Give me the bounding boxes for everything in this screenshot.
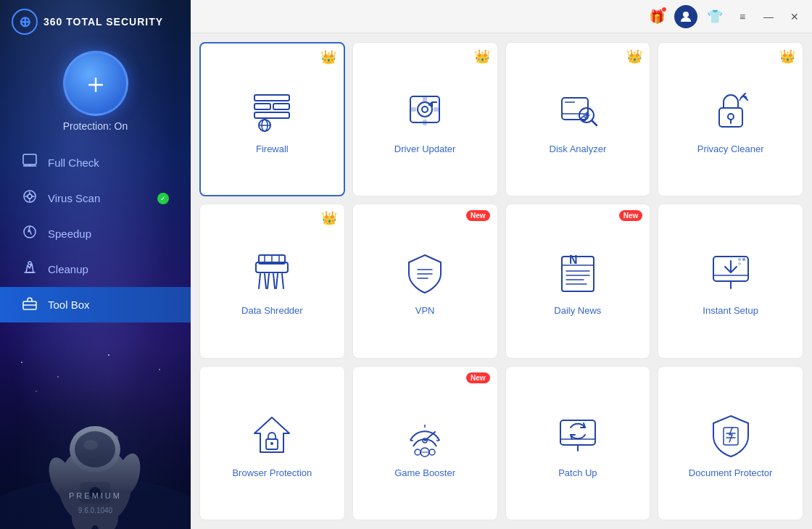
- tool-disk-analyzer[interactable]: 👑 Disk Analyzer: [505, 42, 651, 196]
- tool-grid: 👑 Firewall 👑: [191, 33, 812, 529]
- svg-point-26: [683, 12, 689, 17]
- instant-setup-label: Instant Setup: [703, 305, 758, 316]
- svg-rect-40: [434, 107, 439, 112]
- crown-badge-firewall: 👑: [320, 49, 336, 65]
- nav-speedup[interactable]: Speedup: [0, 216, 191, 251]
- svg-rect-27: [254, 95, 289, 101]
- tool-box-icon: [22, 295, 38, 315]
- crown-badge-disk: 👑: [626, 49, 642, 64]
- nav-cleanup[interactable]: Cleanup: [0, 251, 191, 287]
- daily-news-label: Daily News: [554, 305, 601, 316]
- tool-data-shredder[interactable]: 👑 Data Shredder: [199, 204, 345, 358]
- svg-text:N: N: [569, 254, 578, 266]
- tool-game-booster[interactable]: New: [352, 366, 498, 520]
- svg-rect-37: [423, 96, 427, 102]
- full-check-label: Full Check: [48, 157, 99, 169]
- firewall-label: Firewall: [256, 143, 289, 154]
- svg-point-36: [422, 107, 428, 112]
- vpn-icon: [399, 247, 450, 298]
- svg-point-78: [738, 258, 741, 261]
- document-protector-label: Document Protector: [689, 467, 773, 478]
- tool-box-label: Tool Box: [48, 299, 90, 311]
- new-badge-game: New: [466, 372, 490, 383]
- full-check-icon: [22, 153, 38, 172]
- tool-driver-updater[interactable]: 👑 Driver Updater: [352, 42, 498, 196]
- tool-privacy-cleaner[interactable]: 👑 Privacy Cleaner: [658, 42, 803, 196]
- nav-virus-scan[interactable]: Virus Scan ✓: [0, 180, 191, 216]
- disk-analyzer-icon: [552, 86, 603, 136]
- virus-scan-icon: [22, 188, 38, 208]
- tool-firewall[interactable]: 👑 Firewall: [199, 42, 345, 196]
- crown-badge-shredder: 👑: [321, 210, 337, 226]
- svg-point-4: [28, 194, 32, 199]
- gift-icon[interactable]: 🎁: [645, 5, 668, 28]
- speedup-label: Speedup: [48, 228, 91, 240]
- shirt-icon[interactable]: 👕: [703, 5, 726, 28]
- tool-document-protector[interactable]: Document Protector: [658, 366, 803, 520]
- virus-scan-label: Virus Scan: [48, 192, 100, 204]
- svg-point-89: [415, 449, 420, 455]
- svg-rect-30: [254, 112, 289, 118]
- new-badge-news: New: [619, 210, 643, 221]
- crown-badge-privacy: 👑: [779, 49, 795, 64]
- svg-rect-38: [423, 120, 427, 125]
- svg-line-59: [268, 274, 269, 288]
- patch-up-label: Patch Up: [558, 467, 597, 478]
- nav-full-check[interactable]: Full Check: [0, 145, 191, 180]
- privacy-cleaner-label: Privacy Cleaner: [697, 143, 764, 154]
- main-content: 🎁 👕 ≡ — ✕ 👑: [191, 0, 812, 529]
- tool-daily-news[interactable]: New N Daily News: [505, 204, 651, 358]
- vpn-label: VPN: [415, 305, 435, 316]
- nav-tool-box[interactable]: Tool Box: [0, 287, 191, 322]
- svg-point-6: [28, 262, 31, 264]
- svg-point-90: [429, 449, 435, 455]
- svg-rect-28: [254, 104, 270, 109]
- titlebar: 🎁 👕 ≡ — ✕: [191, 0, 812, 33]
- crown-badge-driver: 👑: [474, 49, 490, 64]
- tool-browser-protection[interactable]: Browser Protection: [199, 366, 345, 520]
- menu-button[interactable]: ≡: [732, 7, 753, 27]
- close-button[interactable]: ✕: [784, 7, 805, 27]
- cleanup-label: Cleanup: [48, 263, 88, 275]
- instant-setup-icon: [705, 247, 756, 298]
- svg-rect-49: [719, 108, 742, 127]
- driver-updater-label: Driver Updater: [394, 143, 456, 154]
- protection-status: Protection: On: [63, 120, 128, 132]
- svg-line-57: [259, 274, 260, 288]
- logo-icon: ⊕: [12, 9, 38, 35]
- svg-point-80: [738, 262, 741, 265]
- version-label: 9.6.0.1040: [0, 507, 191, 515]
- driver-updater-icon: [399, 86, 450, 136]
- browser-protection-icon: [246, 409, 297, 460]
- app-title: 360 TOTAL SECURITY: [44, 16, 163, 28]
- tool-instant-setup[interactable]: Instant Setup: [658, 204, 803, 358]
- user-avatar[interactable]: [674, 5, 697, 28]
- new-badge-vpn: New: [466, 210, 490, 221]
- cleanup-icon: [22, 259, 38, 279]
- sidebar-content: ⊕ 360 TOTAL SECURITY ＋ Protection: On Fu…: [0, 0, 191, 322]
- svg-point-50: [728, 114, 734, 120]
- daily-news-icon: N: [552, 247, 603, 298]
- svg-line-46: [592, 120, 597, 125]
- svg-rect-39: [410, 107, 416, 112]
- svg-rect-29: [273, 104, 289, 109]
- svg-rect-0: [23, 154, 36, 164]
- svg-line-61: [276, 274, 278, 288]
- browser-protection-label: Browser Protection: [232, 467, 312, 478]
- scene-overlay: [0, 348, 191, 529]
- minimize-button[interactable]: —: [758, 7, 779, 27]
- svg-line-62: [282, 274, 283, 288]
- svg-line-58: [265, 274, 266, 288]
- firewall-icon: [246, 86, 297, 136]
- svg-line-60: [273, 274, 275, 288]
- svg-point-79: [742, 258, 745, 261]
- tool-patch-up[interactable]: Patch Up: [505, 366, 651, 520]
- sidebar-scene: PREMIUM 9.6.0.1040: [0, 348, 191, 529]
- tool-vpn[interactable]: New VPN: [352, 204, 498, 358]
- patch-up-icon: [552, 409, 603, 460]
- game-booster-label: Game Booster: [394, 467, 455, 478]
- premium-label: PREMIUM: [0, 491, 191, 500]
- sidebar: ⊕ 360 TOTAL SECURITY ＋ Protection: On Fu…: [0, 0, 191, 529]
- speedup-icon: [22, 224, 38, 243]
- data-shredder-icon: [246, 247, 297, 298]
